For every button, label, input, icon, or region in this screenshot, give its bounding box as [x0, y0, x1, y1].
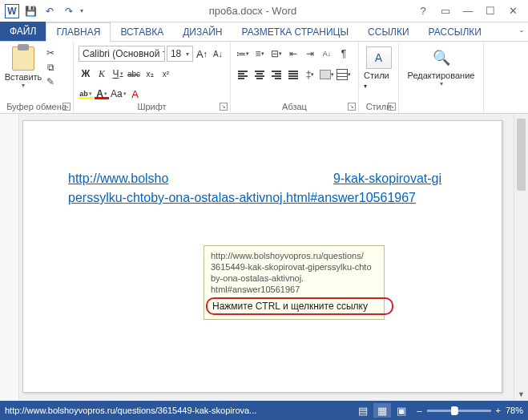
group-font: Calibri (Основной тек▾ 18▾ A↑ A↓ Ж К Ч▾ … — [74, 42, 231, 113]
tab-insert[interactable]: ВСТАВКА — [111, 23, 173, 41]
font-size-combo[interactable]: 18▾ — [167, 46, 193, 62]
decrease-indent-icon[interactable]: ⇤ — [286, 46, 300, 61]
tooltip-url-line: html#answer10561967 — [211, 284, 377, 295]
underline-button[interactable]: Ч▾ — [111, 67, 125, 81]
change-case-button[interactable]: Aa▾ — [111, 87, 127, 101]
line-spacing-button[interactable]: ‡▾ — [303, 67, 317, 82]
document-area: http://www.bolshoyvopros.ru/questions/36… — [0, 114, 528, 401]
scroll-down-icon[interactable]: ▼ — [514, 388, 528, 401]
undo-icon[interactable]: ↶ — [42, 3, 58, 19]
view-buttons: ▤ ▦ ▣ — [354, 403, 410, 418]
font-group-label: Шрифт — [74, 102, 230, 111]
strikethrough-button[interactable]: abc — [127, 67, 141, 81]
zoom-slider[interactable] — [427, 410, 491, 412]
window-controls: ? ▭ — ☐ ✕ — [413, 3, 528, 19]
zoom-out-button[interactable]: – — [417, 406, 421, 415]
align-center-icon[interactable] — [252, 67, 267, 82]
zoom-in-button[interactable]: + — [496, 406, 501, 415]
align-justify-icon[interactable] — [286, 67, 300, 82]
vertical-scrollbar[interactable]: ▲ ▼ — [514, 114, 528, 401]
vertical-ruler[interactable] — [0, 114, 19, 401]
ribbon: Вставить ▾ ✂ ⧉ ✎ Буфер обмена ↘ Calibri … — [0, 42, 528, 114]
tab-page-layout[interactable]: РАЗМЕТКА СТРАНИЦЫ — [232, 23, 359, 41]
align-right-icon[interactable] — [269, 67, 284, 82]
status-text: http://www.bolshoyvopros.ru/questions/36… — [5, 406, 348, 415]
document-hyperlink[interactable]: http://www.bolshoyvopros.ru/questions/36… — [68, 172, 441, 204]
show-marks-icon[interactable]: ¶ — [337, 46, 351, 61]
italic-button[interactable]: К — [95, 67, 109, 81]
close-icon[interactable]: ✕ — [502, 3, 523, 19]
tooltip-instruction: Нажмите CTRL и щелкните ссылку — [206, 297, 393, 315]
numbering-button[interactable]: ≡▾ — [252, 46, 267, 61]
word-app-icon[interactable]: W — [5, 4, 19, 18]
borders-button[interactable]: ▾ — [337, 67, 351, 82]
font-color-button[interactable]: A▾ — [95, 88, 109, 99]
find-icon[interactable]: 🔍 — [430, 46, 453, 69]
tooltip-url-line: 3615449-kak-skopirovat-giperssylku-chto — [211, 261, 377, 273]
copy-icon[interactable]: ⧉ — [43, 61, 58, 74]
paragraph-group-label: Абзац — [231, 102, 358, 111]
group-styles: A Стили ▾ Стили ↘ — [359, 42, 399, 113]
zoom-slider-thumb[interactable] — [451, 406, 457, 415]
tab-home[interactable]: ГЛАВНАЯ — [46, 22, 111, 42]
ribbon-collapse-icon[interactable]: ˇ — [520, 30, 528, 41]
styles-gallery-icon[interactable]: A — [366, 46, 392, 69]
tab-design[interactable]: ДИЗАЙН — [173, 23, 232, 41]
quick-access-toolbar: W 💾 ↶ ↷ ▾ — [0, 3, 93, 19]
save-icon[interactable]: 💾 — [22, 3, 38, 19]
read-mode-icon[interactable]: ▤ — [354, 403, 372, 418]
web-layout-icon[interactable]: ▣ — [393, 403, 410, 418]
font-name-combo[interactable]: Calibri (Основной тек▾ — [79, 46, 165, 62]
font-dialog-launcher[interactable]: ↘ — [220, 103, 228, 111]
ribbon-tabs: ФАЙЛ ГЛАВНАЯ ВСТАВКА ДИЗАЙН РАЗМЕТКА СТР… — [0, 22, 528, 42]
format-painter-icon[interactable]: ✎ — [43, 75, 58, 88]
paragraph-dialog-launcher[interactable]: ↘ — [348, 103, 356, 111]
qat-customize-icon[interactable]: ▾ — [80, 7, 88, 14]
grow-font-icon[interactable]: A↑ — [195, 46, 209, 61]
redo-icon[interactable]: ↷ — [61, 3, 77, 19]
tooltip-url-line: http://www.bolshoyvopros.ru/questions/ — [211, 250, 377, 261]
subscript-button[interactable]: x₂ — [143, 67, 157, 81]
highlight-color-button[interactable]: ab▾ — [79, 88, 93, 99]
scroll-thumb[interactable] — [517, 119, 526, 191]
ribbon-display-icon[interactable]: ▭ — [435, 3, 456, 19]
clear-formatting-icon[interactable]: A — [128, 87, 143, 101]
multilevel-list-button[interactable]: ⊟▾ — [269, 46, 284, 61]
align-left-icon[interactable] — [236, 67, 250, 82]
paste-button[interactable]: Вставить ▾ — [5, 45, 42, 89]
status-bar: http://www.bolshoyvopros.ru/questions/36… — [0, 401, 528, 420]
title-bar: W 💾 ↶ ↷ ▾ про6а.docx - Word ? ▭ — ☐ ✕ — [0, 0, 528, 22]
group-clipboard: Вставить ▾ ✂ ⧉ ✎ Буфер обмена ↘ — [0, 42, 74, 113]
increase-indent-icon[interactable]: ⇥ — [303, 46, 317, 61]
tab-references[interactable]: ССЫЛКИ — [358, 23, 418, 41]
bullets-button[interactable]: ≔▾ — [236, 46, 250, 61]
editing-button-label[interactable]: Редактирование — [408, 71, 475, 80]
window-title: про6а.docx - Word — [93, 5, 413, 17]
group-paragraph: ≔▾ ≡▾ ⊟▾ ⇤ ⇥ A↓ ¶ ‡▾ ▾ ▾ Абзац ↘ — [231, 42, 359, 113]
superscript-button[interactable]: x² — [159, 67, 173, 81]
tooltip-url-line: by-ona-ostalas-aktivnoj. — [211, 273, 377, 284]
shading-button[interactable]: ▾ — [320, 67, 334, 82]
sort-button[interactable]: A↓ — [320, 46, 334, 61]
zoom-value[interactable]: 78% — [506, 406, 523, 415]
clipboard-dialog-launcher[interactable]: ↘ — [62, 103, 71, 111]
tab-file[interactable]: ФАЙЛ — [0, 22, 46, 41]
paste-icon — [12, 46, 34, 71]
paste-label: Вставить — [5, 72, 42, 82]
minimize-icon[interactable]: — — [457, 3, 478, 19]
group-editing: 🔍 Редактирование ▾ — [399, 42, 484, 113]
hyperlink-tooltip: http://www.bolshoyvopros.ru/questions/ 3… — [204, 245, 385, 320]
shrink-font-icon[interactable]: A↓ — [211, 46, 225, 61]
zoom-controls: – + 78% — [417, 406, 523, 415]
help-icon[interactable]: ? — [413, 3, 433, 19]
tab-mailings[interactable]: РАССЫЛКИ — [419, 23, 491, 41]
maximize-icon[interactable]: ☐ — [480, 3, 501, 19]
cut-icon[interactable]: ✂ — [43, 46, 58, 59]
styles-button-label[interactable]: Стили ▾ — [364, 71, 393, 90]
print-layout-icon[interactable]: ▦ — [373, 403, 391, 418]
styles-dialog-launcher[interactable]: ↘ — [388, 103, 396, 111]
bold-button[interactable]: Ж — [79, 67, 93, 81]
